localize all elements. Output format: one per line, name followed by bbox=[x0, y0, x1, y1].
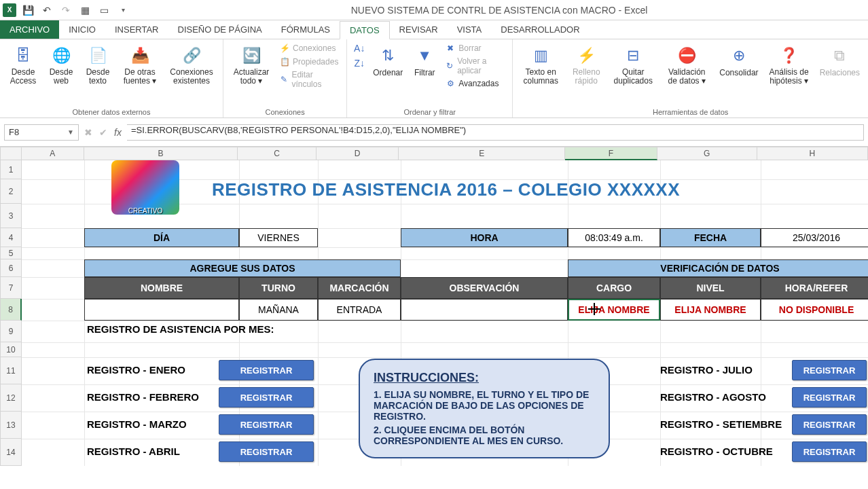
row-header-2[interactable]: 2 bbox=[0, 179, 22, 204]
registrar-button[interactable]: REGISTRAR bbox=[792, 360, 867, 380]
connections-button[interactable]: ⚡Conexiones bbox=[278, 42, 341, 54]
qat-customize-icon[interactable]: ▾ bbox=[115, 3, 130, 18]
row-header-10[interactable]: 10 bbox=[0, 342, 22, 357]
existing-conn-button[interactable]: 🔗Conexiones existentes bbox=[166, 42, 217, 87]
text-to-columns-button[interactable]: ▥Texto en columnas bbox=[518, 42, 563, 87]
formula-input[interactable]: =SI.ERROR(BUSCARV(B8,'REGISTRO PERSONAL'… bbox=[127, 124, 864, 141]
registrar-button[interactable]: REGISTRAR bbox=[219, 414, 314, 435]
tab-file[interactable]: ARCHIVO bbox=[0, 20, 59, 39]
sort-za-button[interactable]: Z↓ bbox=[352, 57, 366, 69]
row-header-8[interactable]: 8 bbox=[0, 299, 22, 321]
what-if-button[interactable]: ❓Análisis de hipótesis ▾ bbox=[765, 42, 813, 87]
qat-item-icon[interactable]: ▦ bbox=[77, 3, 92, 18]
advanced-button[interactable]: ⚙Avanzadas bbox=[444, 77, 507, 90]
registrar-button[interactable]: REGISTRAR bbox=[219, 441, 314, 462]
remove-duplicates-label: Quitar duplicados bbox=[612, 68, 654, 86]
registrar-button[interactable]: REGISTRAR bbox=[792, 414, 867, 435]
column-header-c[interactable]: C bbox=[238, 147, 316, 160]
label-nombre: NOMBRE bbox=[84, 277, 239, 299]
column-header-e[interactable]: E bbox=[399, 147, 565, 160]
column-header-g[interactable]: G bbox=[657, 147, 757, 160]
row-header-13[interactable]: 13 bbox=[0, 412, 22, 439]
tab-insert[interactable]: INSERTAR bbox=[105, 20, 168, 39]
refresh-all-button[interactable]: 🔄Actualizar todo ▾ bbox=[229, 42, 274, 87]
column-header-b[interactable]: B bbox=[84, 147, 238, 160]
input-observacion[interactable] bbox=[401, 299, 568, 321]
sort-button[interactable]: ⇅Ordenar bbox=[370, 42, 405, 79]
data-validation-button[interactable]: ⛔Validación de datos ▾ bbox=[661, 42, 712, 87]
undo-icon[interactable]: ↶ bbox=[39, 3, 54, 18]
row-header-11[interactable]: 11 bbox=[0, 357, 22, 384]
grid-area[interactable]: CREATIVOREGISTRO DE ASISTENCIA 2016 – CO… bbox=[22, 160, 868, 466]
cell-nivel[interactable]: ELIJA NOMBRE bbox=[660, 299, 761, 321]
worksheet[interactable]: ABCDEFGH 1234567891011121314 CREATIVOREG… bbox=[0, 147, 868, 489]
name-box[interactable]: F8▼ bbox=[4, 124, 79, 141]
from-text-button[interactable]: 📄Desde texto bbox=[82, 42, 114, 87]
column-header-a[interactable]: A bbox=[22, 147, 84, 160]
row-header-4[interactable]: 4 bbox=[0, 228, 22, 247]
tab-review[interactable]: REVISAR bbox=[390, 20, 448, 39]
filter-button[interactable]: ▼Filtrar bbox=[410, 42, 439, 79]
save-icon[interactable]: 💾 bbox=[20, 3, 35, 18]
formula-bar: F8▼ ✖ ✔ fx =SI.ERROR(BUSCARV(B8,'REGISTR… bbox=[0, 118, 868, 147]
cell-horarefer[interactable]: NO DISPONIBLE bbox=[761, 299, 868, 321]
from-web-button[interactable]: 🌐Desde web bbox=[45, 42, 77, 87]
chevron-down-icon[interactable]: ▼ bbox=[67, 128, 74, 136]
label-month-left: REGISTRO - FEBRERO bbox=[87, 391, 199, 403]
registrar-button[interactable]: REGISTRAR bbox=[792, 387, 867, 408]
column-header-f[interactable]: F bbox=[565, 147, 657, 160]
value-hora[interactable]: 08:03:49 a.m. bbox=[568, 228, 660, 247]
tab-home[interactable]: INICIO bbox=[59, 20, 105, 39]
input-marcacion[interactable]: ENTRADA bbox=[318, 299, 401, 321]
advanced-label: Avanzadas bbox=[458, 79, 499, 88]
row-header-7[interactable]: 7 bbox=[0, 277, 22, 299]
excel-icon[interactable]: X bbox=[3, 3, 16, 17]
value-dia[interactable]: VIERNES bbox=[239, 228, 318, 247]
consolidate-button[interactable]: ⊕Consolidar bbox=[717, 42, 761, 79]
name-box-value: F8 bbox=[9, 127, 19, 137]
cell-cargo-selected[interactable]: ELIJA NOMBRE bbox=[568, 299, 660, 321]
cancel-icon[interactable]: ✖ bbox=[84, 127, 92, 138]
row-header-3[interactable]: 3 bbox=[0, 204, 22, 228]
sort-az-button[interactable]: A↓ bbox=[352, 42, 366, 54]
tab-layout[interactable]: DISEÑO DE PÁGINA bbox=[168, 20, 272, 39]
input-nombre[interactable] bbox=[84, 299, 239, 321]
label-fecha: FECHA bbox=[660, 228, 761, 247]
redo-icon[interactable]: ↷ bbox=[58, 3, 73, 18]
row-header-5[interactable]: 5 bbox=[0, 247, 22, 259]
label-month-left: REGISTRO - ABRIL bbox=[87, 446, 180, 457]
existing-conn-icon: 🔗 bbox=[179, 43, 204, 68]
remove-duplicates-button[interactable]: ⊟Quitar duplicados bbox=[609, 42, 657, 87]
registrar-button[interactable]: REGISTRAR bbox=[219, 360, 314, 380]
tab-view[interactable]: VISTA bbox=[448, 20, 492, 39]
tab-formulas[interactable]: FÓRMULAS bbox=[272, 20, 340, 39]
column-header-h[interactable]: H bbox=[757, 147, 868, 160]
from-other-button[interactable]: 📥De otras fuentes ▾ bbox=[118, 42, 162, 87]
row-header-1[interactable]: 1 bbox=[0, 160, 22, 179]
window-title: NUEVO SISTEMA DE CONTRL DE ASISTENCIA co… bbox=[130, 5, 868, 16]
input-turno[interactable]: MAÑANA bbox=[239, 299, 318, 321]
remove-duplicates-icon: ⊟ bbox=[621, 43, 645, 68]
tab-developer[interactable]: DESARROLLADOR bbox=[491, 20, 589, 39]
tab-data[interactable]: DATOS bbox=[340, 21, 390, 39]
row-header-9[interactable]: 9 bbox=[0, 321, 22, 342]
registrar-button[interactable]: REGISTRAR bbox=[792, 441, 867, 462]
row-header-14[interactable]: 14 bbox=[0, 439, 22, 466]
fx-icon[interactable]: fx bbox=[114, 127, 122, 138]
instructions-callout: INSTRUCCIONES:1. ELIJA SU NOMBRE, EL TUR… bbox=[359, 359, 610, 458]
enter-icon[interactable]: ✔ bbox=[99, 127, 107, 138]
label-month-right: REGISTRO - JULIO bbox=[660, 364, 753, 376]
reapply-button: ↻Volver a aplicar bbox=[444, 56, 507, 76]
group-sort-filter: A↓ Z↓ ⇅Ordenar ▼Filtrar ✖Borrar ↻Volver … bbox=[347, 39, 513, 117]
value-fecha[interactable]: 25/03/2016 bbox=[761, 228, 868, 247]
registrar-button[interactable]: REGISTRAR bbox=[219, 387, 314, 408]
column-header-d[interactable]: D bbox=[317, 147, 399, 160]
label-cargo: CARGO bbox=[568, 277, 660, 299]
new-doc-icon[interactable]: ▭ bbox=[96, 3, 111, 18]
column-headers: ABCDEFGH bbox=[22, 147, 868, 160]
row-header-12[interactable]: 12 bbox=[0, 384, 22, 412]
from-access-button[interactable]: 🗄Desde Access bbox=[5, 42, 41, 87]
select-all-corner[interactable] bbox=[0, 147, 22, 160]
row-header-6[interactable]: 6 bbox=[0, 259, 22, 277]
edit-links-button: ✎Editar vínculos bbox=[278, 69, 341, 90]
